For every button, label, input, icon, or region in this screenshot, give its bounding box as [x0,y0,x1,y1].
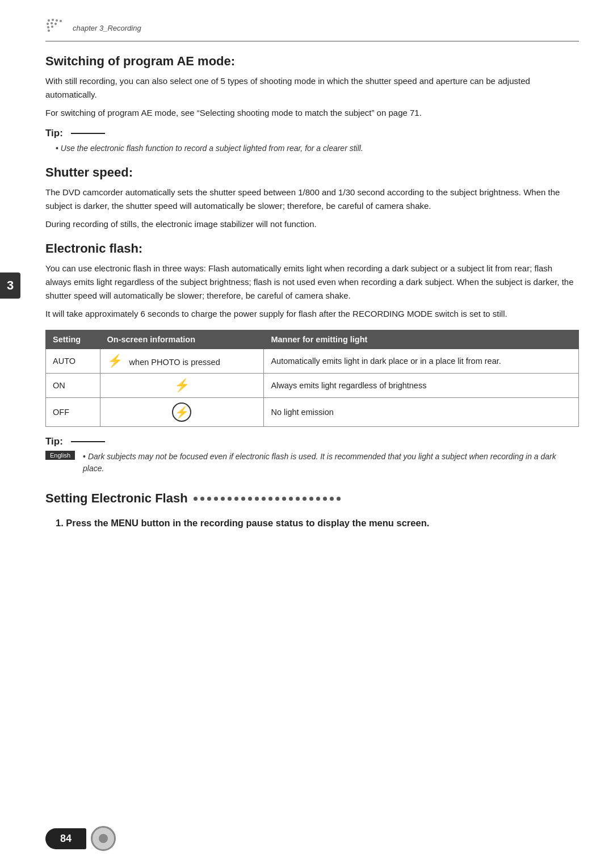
tip2-block: Tip: English Dark subjects may not be fo… [45,436,579,475]
dot [316,497,320,501]
table-row: AUTO ⚡ when PHOTO is pressed Automatical… [46,349,579,373]
dot [214,497,218,501]
svg-point-0 [48,19,50,22]
dot [275,497,279,501]
dot [296,497,300,501]
dot [221,497,225,501]
chapter-dots-icon [45,17,67,39]
dot [282,497,286,501]
tip1-block: Tip: Use the electronic flash function t… [45,128,579,155]
flash-icon-off-circle: ⚡ [172,402,191,422]
dot [194,497,198,501]
step1-text: 1. Press the MENU button in the recordin… [56,516,579,531]
dot [268,497,272,501]
tip1-label: Tip: [45,128,579,139]
flash-icon-auto: ⚡ [107,354,123,368]
dot [309,497,313,501]
setting-electronic-flash-heading: Setting Electronic Flash [45,491,579,506]
tip2-content-row: English Dark subjects may not be focused… [45,451,579,475]
shutter-body1: The DVD camcorder automatically sets the… [45,186,579,213]
program-ae-body2: For switching of program AE mode, see “S… [45,106,579,120]
table-cell-manner-off: No light emission [264,397,579,426]
electronic-flash-body1: You can use electronic flash in three wa… [45,262,579,303]
table-cell-manner-auto: Automatically emits light in dark place … [264,349,579,373]
dot [337,497,341,501]
dot [200,497,204,501]
table-cell-setting-on: ON [46,373,100,397]
svg-point-3 [60,20,62,22]
page-footer-disc [91,826,116,851]
table-cell-info-auto: ⚡ when PHOTO is pressed [100,349,264,373]
dot [248,497,252,501]
page-number: 84 [60,833,72,845]
english-badge: English [45,451,75,460]
section-dots-row [194,497,579,501]
page-footer-disc-inner [99,834,108,843]
table-cell-info-on: ⚡ [100,373,264,397]
tip1-text: Use the electronic flash function to rec… [56,142,579,155]
table-row: OFF ⚡ No light emission [46,397,579,426]
electronic-flash-section: Electronic flash: You can use electronic… [45,241,579,321]
chapter-number-tab: 3 [0,272,20,299]
table-cell-manner-on: Always emits light regardless of brightn… [264,373,579,397]
dot [262,497,266,501]
shutter-title: Shutter speed: [45,165,579,180]
program-ae-body1: With still recording, you can also selec… [45,74,579,102]
dot [330,497,334,501]
chapter-header: chapter 3_Recording [45,17,579,41]
shutter-body2: During recording of stills, the electron… [45,217,579,231]
electronic-flash-body2: It will take approximately 6 seconds to … [45,307,579,321]
tip2-text: Dark subjects may not be focused even if… [83,451,579,475]
table-header-manner: Manner for emitting light [264,330,579,349]
chapter-label: chapter 3_Recording [73,24,141,32]
table-cell-setting-auto: AUTO [46,349,100,373]
table-header-info: On-screen information [100,330,264,349]
program-ae-section: Switching of program AE mode: With still… [45,54,579,120]
svg-point-4 [47,23,49,25]
svg-point-6 [54,23,57,25]
page: chapter 3_Recording 3 Switching of progr… [0,0,613,868]
svg-point-5 [51,22,53,24]
setting-electronic-flash-title: Setting Electronic Flash [45,491,188,506]
svg-point-9 [48,30,50,32]
table-cell-info-off: ⚡ [100,397,264,426]
dot [303,497,306,501]
svg-point-1 [52,19,54,21]
dot [241,497,245,501]
tip2-label: Tip: [45,436,579,447]
tip2-label-line [71,441,105,442]
dot [228,497,232,501]
table-header-setting: Setting [46,330,100,349]
tip1-label-line [71,133,105,134]
flash-table: Setting On-screen information Manner for… [45,330,579,427]
dot [289,497,293,501]
svg-point-2 [56,19,58,22]
table-cell-setting-off: OFF [46,397,100,426]
page-number-box: 84 [45,828,86,849]
program-ae-title: Switching of program AE mode: [45,54,579,69]
svg-point-8 [51,26,53,28]
svg-point-7 [47,26,49,28]
dot [234,497,238,501]
dot [207,497,211,501]
dot [255,497,259,501]
shutter-section: Shutter speed: The DVD camcorder automat… [45,165,579,231]
electronic-flash-title: Electronic flash: [45,241,579,256]
page-footer: 84 [0,826,613,851]
table-row: ON ⚡ Always emits light regardless of br… [46,373,579,397]
flash-icon-on: ⚡ [174,378,190,393]
dot [323,497,327,501]
